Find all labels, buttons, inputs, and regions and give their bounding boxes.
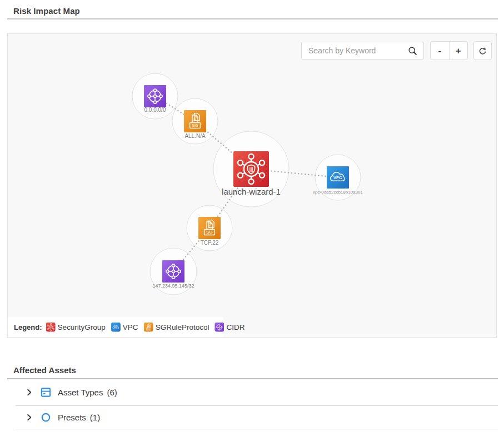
risk-graph-canvas[interactable]: SG — [8, 34, 496, 337]
asset-row-asset-types[interactable]: Asset Types (6) — [16, 379, 498, 406]
asset-row-label: Asset Types — [58, 388, 103, 397]
zoom-controls: - + — [430, 41, 468, 60]
asset-row-label: Presets — [58, 413, 86, 422]
affected-assets-title: Affected Assets — [13, 365, 76, 375]
node-label-security-group: launch-wizard-1 — [222, 187, 281, 196]
node-label-cidr-any: 0.0.0.0/0 — [144, 107, 166, 113]
node-label-sgrule-tcp22: TCP.22 — [201, 240, 219, 246]
legend-label: SecurityGroup — [58, 323, 106, 331]
asset-types-icon — [41, 387, 51, 398]
legend-title: Legend: — [14, 323, 42, 331]
zoom-in-button[interactable]: + — [450, 42, 468, 60]
legend-item-cidr: CIDR — [214, 323, 244, 332]
zoom-out-button[interactable]: - — [431, 42, 450, 60]
legend: Legend: SecurityGroup VPC SGRuleProtocol… — [8, 317, 223, 337]
legend-label: CIDR — [226, 323, 244, 331]
search-box — [301, 42, 424, 60]
legend-item-security-group: SecurityGroup — [46, 323, 106, 332]
sg-rule-protocol-icon[interactable] — [184, 110, 206, 132]
security-group-legend-icon — [46, 323, 56, 332]
presets-icon — [41, 412, 51, 423]
cidr-icon[interactable] — [144, 85, 166, 107]
legend-label: SGRuleProtocol — [156, 323, 209, 331]
affected-assets-list: Asset Types (6) Presets (1) — [16, 379, 498, 429]
legend-label: VPC — [123, 323, 138, 331]
refresh-button[interactable] — [473, 41, 492, 60]
chevron-right-icon[interactable] — [25, 388, 33, 397]
cidr-legend-icon — [214, 323, 224, 332]
asset-row-count: (1) — [90, 413, 100, 422]
cidr-icon[interactable] — [162, 260, 184, 283]
node-label-vpc: vpc-0da52ccb18b10a301 — [313, 190, 363, 195]
vpc-icon[interactable] — [327, 166, 349, 189]
title-divider — [7, 18, 498, 19]
legend-item-sg-rule-protocol: SGRuleProtocol — [144, 323, 209, 332]
refresh-icon — [478, 46, 487, 56]
asset-row-presets[interactable]: Presets (1) — [16, 406, 498, 429]
asset-row-count: (6) — [107, 388, 117, 397]
risk-impact-map-page: Risk Impact Map — [0, 0, 504, 436]
security-group-icon[interactable] — [233, 151, 269, 187]
risk-impact-map-panel: SG — [7, 33, 497, 338]
search-input[interactable] — [302, 46, 407, 55]
sg-rule-protocol-legend-icon — [144, 323, 153, 332]
legend-item-vpc: VPC — [111, 323, 138, 332]
vpc-legend-icon — [111, 323, 121, 332]
sg-rule-protocol-icon[interactable] — [198, 217, 221, 239]
node-label-cidr-host: 147.234.95.145/32 — [152, 283, 194, 289]
chevron-right-icon[interactable] — [25, 413, 33, 422]
page-title: Risk Impact Map — [13, 6, 80, 16]
search-icon[interactable] — [407, 46, 423, 56]
node-label-sgrule-all: ALL.N/A — [184, 133, 206, 139]
